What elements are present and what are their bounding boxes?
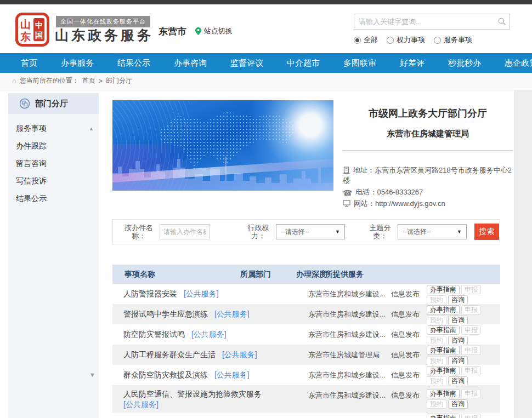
public-service-tag-link[interactable]: [公共服务] [184,289,219,298]
consult-button[interactable]: 咨询 [448,316,468,325]
guide-button[interactable]: 办事指南 [427,285,460,294]
guide-button[interactable]: 办事指南 [427,366,460,375]
search-button[interactable]: 搜索 [474,224,499,240]
nav-intermediary[interactable]: 中介超市 [287,58,320,68]
sidebar-item-message-consult[interactable]: 留言咨询 [8,154,99,172]
chevron-down-icon[interactable]: ▼ [89,371,95,378]
guide-button[interactable]: 办事指南 [427,389,460,398]
radio-icon [434,37,441,44]
keyword-search [354,14,510,30]
site-seal-logo: 山 东 中 国 [15,13,49,49]
consult-button[interactable]: 咨询 [448,376,468,386]
consult-button[interactable]: 咨询 [448,399,468,409]
site-title: 山东政务服务 [55,26,154,44]
sidebar-item-results[interactable]: 结果公示 [8,190,99,207]
phone-line: ☎电话：0546-8333267 [343,187,513,197]
home-icon: ⌂ [12,77,16,85]
hall-title: 市级网上政务大厅部门分厅 [343,107,513,120]
svg-text:国: 国 [35,31,43,39]
col-services: 所提供服务 [325,270,364,279]
item-name-link[interactable]: 警报试鸣中学生应急演练 [123,310,208,318]
scope-power[interactable]: 权力事项 [387,35,425,45]
consult-button[interactable]: 咨询 [448,356,468,365]
table-row: 人防警报器安装 [公共服务] 东营市住房和城乡建设... 信息发布 办事指南 申… [112,284,500,304]
public-service-tag-link[interactable]: [公共服务] [222,350,257,359]
reserve-button: 预约 [427,399,446,409]
search-input[interactable] [354,18,494,26]
item-name-link[interactable]: 群众防空防灾救援及演练 [123,370,208,379]
nav-consult[interactable]: 办事咨询 [174,58,207,68]
reserve-button: 预约 [427,316,446,325]
nav-results[interactable]: 结果公示 [117,58,150,68]
nav-rating[interactable]: 好差评 [400,58,425,68]
declare-button: 申报 [461,305,481,314]
sidebar-title-label: 部门分厅 [35,99,68,109]
sidebar-item-label: 结果公示 [16,194,47,203]
nav-home[interactable]: 首页 [21,58,37,68]
nav-services[interactable]: 办事服务 [61,58,94,68]
reserve-button: 预约 [427,356,446,365]
nav-supervision[interactable]: 监督评议 [230,58,263,68]
current-city: 东营市 [159,25,186,38]
scope-service[interactable]: 服务事项 [434,35,472,45]
scope-all-label: 全部 [364,35,378,45]
breadcrumb-home-link[interactable]: 首页 [82,76,95,85]
table-row: 群众防空防灾救援及演练 [公共服务] 东营市住房和城乡建设... 信息发布 办事… [112,365,500,385]
nav-joint-review[interactable]: 多图联审 [343,58,376,68]
scope-all[interactable]: 全部 [354,35,378,45]
sidebar: 部门分厅 服务事项 ▲ 办件跟踪 留言咨询 写信投诉 结果公示 ▼ [8,93,99,418]
breadcrumb-prefix: 您当前所在的位置： [20,76,79,85]
public-service-tag-link[interactable]: [公共服务] [214,310,250,318]
item-name-label: 按办件名称： [121,224,156,240]
item-name-input[interactable] [160,224,210,239]
service-items-table: 事项名称 所属部门 办理深度 所提供服务 人防警报器安装 [公共服务] 东营市住… [112,265,500,418]
item-depth: 信息发布 [391,284,420,304]
guide-button[interactable]: 办事指南 [427,325,460,335]
site-header: 山 东 中 国 全国一体化在线政务服务平台 山东政务服务 东营市 站点切换 [0,4,532,53]
search-icon[interactable] [494,18,510,26]
item-name-link[interactable]: 人防警报器安装 [123,289,177,298]
item-department: 东营市住房城建管理局 [308,345,389,365]
guide-button[interactable]: 办事指南 [427,414,460,418]
sidebar-item-case-tracking[interactable]: 办件跟踪 [8,137,99,154]
item-name-link[interactable]: 人民防空通信、警报设施为抢险救灾服务 [123,390,262,398]
phone-icon: ☎ [343,189,352,197]
chevron-up-icon: ▲ [89,120,94,138]
divider [343,150,513,151]
admin-power-select[interactable]: --请选择-- ▼ [276,224,345,239]
item-depth: 信息发布 [391,385,420,405]
select-arrow-icon: ▼ [457,229,462,234]
public-service-tag-link[interactable]: [公共服务] [214,370,250,379]
consult-button[interactable]: 咨询 [448,336,468,345]
address-icon [343,167,350,174]
reserve-button: 预约 [427,376,446,386]
department-info-panel: 市级网上政务大厅部门分厅 东营市住房城建管理局 地址：东营市东营区黄河路218号… [343,100,513,210]
website-value[interactable]: http://www.dyjs.gov.cn [375,199,445,208]
consult-button[interactable]: 咨询 [448,295,468,305]
svg-text:中: 中 [35,21,43,30]
website-line: 网站：http://www.dyjs.gov.cn [343,198,513,209]
item-name-link[interactable]: 防空防灾警报试鸣 [123,330,185,339]
topic-category-select[interactable]: --请选择-- ▼ [398,224,467,239]
top-dark-strip [0,0,532,4]
public-service-tag-link[interactable]: [公共服务] [191,330,227,339]
table-row: 人防工程服务群众生产生活 [公共服务] 东营市住房城建管理局 信息发布 办事指南… [112,345,500,365]
website-label: 网站： [354,199,375,208]
item-name-link[interactable]: 人防工程服务群众生产生活 [123,350,216,359]
item-name-cell: 人民防空通信、警报设施为抢险救灾服务 [公共服务] [123,385,305,410]
col-department: 所属部门 [240,270,271,279]
declare-button: 申报 [461,325,481,335]
guide-button[interactable]: 办事指南 [427,346,460,355]
radio-checked-icon [354,37,361,44]
table-row-partial: 办事指南 申报 预约 咨询 [112,413,500,418]
sidebar-item-service-matters[interactable]: 服务事项 ▲ [8,119,99,137]
site-switch[interactable]: 站点切换 [195,26,233,36]
sidebar-title: 部门分厅 [8,93,99,114]
item-department: 东营市住房和城乡建设... [308,385,389,405]
address-line: 地址：东营市东营区黄河路218号市政务服务中心2楼 [343,165,513,186]
sidebar-item-complaint[interactable]: 写信投诉 [8,172,99,190]
nav-enterprise-policy[interactable]: 惠企政策 [505,58,532,68]
guide-button[interactable]: 办事指南 [427,305,460,314]
nav-instant-approval[interactable]: 秒批秒办 [448,58,481,68]
public-service-tag-link[interactable]: [公共服务] [123,399,305,410]
